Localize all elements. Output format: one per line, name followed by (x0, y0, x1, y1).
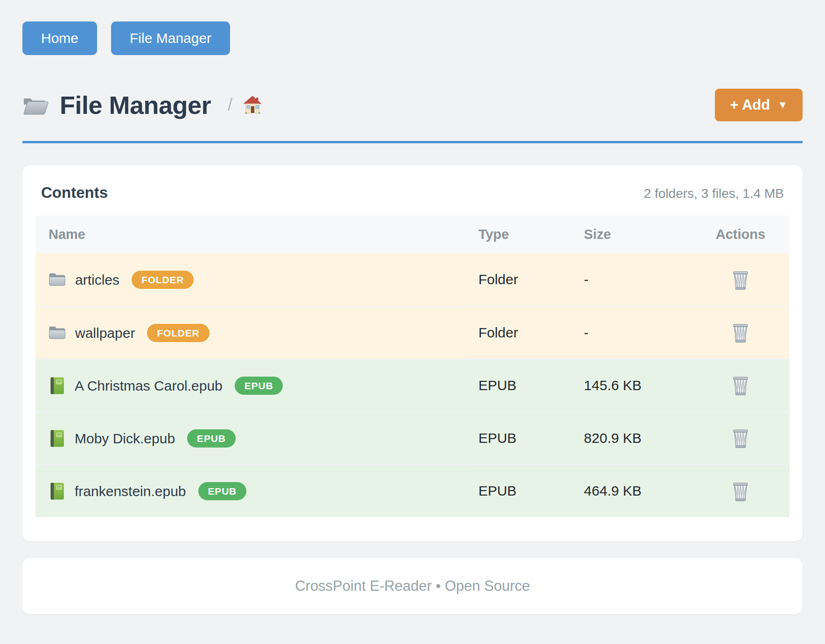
size-cell: 145.6 KB (571, 359, 692, 412)
card-header: Contents 2 folders, 3 files, 1.4 MB (35, 184, 790, 202)
delete-button[interactable] (729, 373, 752, 398)
type-badge: EPUB (198, 482, 247, 500)
open-folder-icon (22, 94, 49, 117)
home-button[interactable]: Home (22, 21, 97, 55)
trash-icon (731, 427, 750, 448)
page-title: File Manager (60, 91, 211, 119)
page-header: File Manager / + Add ▼ (22, 89, 803, 121)
size-cell: - (571, 253, 692, 306)
chevron-down-icon: ▼ (777, 100, 788, 110)
file-table: Name Type Size Actions articles FOLDER F… (35, 216, 790, 517)
file-name[interactable]: articles (75, 272, 119, 288)
green-book-icon (49, 482, 65, 500)
add-button[interactable]: + Add ▼ (715, 89, 803, 121)
size-cell: 820.9 KB (571, 412, 692, 464)
type-badge: EPUB (187, 429, 236, 448)
add-button-label: + Add (730, 97, 770, 113)
contents-summary: 2 folders, 3 files, 1.4 MB (644, 186, 784, 201)
contents-card: Contents 2 folders, 3 files, 1.4 MB Name… (22, 165, 803, 541)
house-icon[interactable] (243, 95, 262, 115)
file-name[interactable]: Moby Dick.epub (75, 431, 175, 447)
trash-icon (731, 322, 750, 343)
column-header-size: Size (571, 216, 692, 253)
top-nav: Home File Manager (22, 21, 803, 55)
table-row: frankenstein.epub EPUB EPUB 464.9 KB (35, 464, 790, 517)
folder-icon (49, 326, 66, 340)
table-row: Moby Dick.epub EPUB EPUB 820.9 KB (35, 412, 790, 464)
delete-button[interactable] (729, 479, 752, 504)
table-row: articles FOLDER Folder - (35, 253, 790, 306)
title-group: File Manager / (22, 91, 262, 119)
type-cell: Folder (465, 253, 571, 306)
delete-button[interactable] (729, 426, 752, 450)
trash-icon (731, 269, 750, 290)
page: Home File Manager File Manager / + Add ▼… (22, 0, 803, 614)
column-header-type: Type (465, 216, 571, 253)
delete-button[interactable] (729, 320, 752, 345)
trash-icon (731, 375, 750, 396)
type-cell: EPUB (465, 464, 571, 517)
type-cell: Folder (465, 306, 571, 359)
type-badge: FOLDER (132, 271, 194, 289)
type-cell: EPUB (465, 412, 571, 464)
column-header-actions: Actions (692, 216, 790, 253)
green-book-icon (49, 429, 65, 448)
table-row: A Christmas Carol.epub EPUB EPUB 145.6 K… (35, 359, 790, 412)
trash-icon (731, 481, 750, 502)
footer: CrossPoint E-Reader • Open Source (22, 558, 803, 614)
size-cell: 464.9 KB (571, 464, 692, 517)
file-name[interactable]: wallpaper (75, 325, 135, 341)
file-name[interactable]: frankenstein.epub (75, 483, 186, 499)
breadcrumb-separator: / (228, 95, 232, 115)
type-badge: FOLDER (147, 324, 209, 342)
type-cell: EPUB (465, 359, 571, 412)
folder-icon (49, 273, 66, 287)
type-badge: EPUB (235, 377, 283, 395)
header-divider (22, 141, 803, 143)
table-header-row: Name Type Size Actions (35, 216, 790, 253)
footer-text: CrossPoint E-Reader • Open Source (295, 578, 530, 595)
file-name[interactable]: A Christmas Carol.epub (75, 378, 223, 394)
column-header-name: Name (35, 216, 465, 253)
delete-button[interactable] (729, 267, 752, 292)
card-title: Contents (41, 184, 108, 202)
file-manager-button[interactable]: File Manager (111, 21, 230, 55)
size-cell: - (571, 306, 692, 359)
green-book-icon (49, 377, 65, 395)
table-row: wallpaper FOLDER Folder - (35, 306, 790, 359)
